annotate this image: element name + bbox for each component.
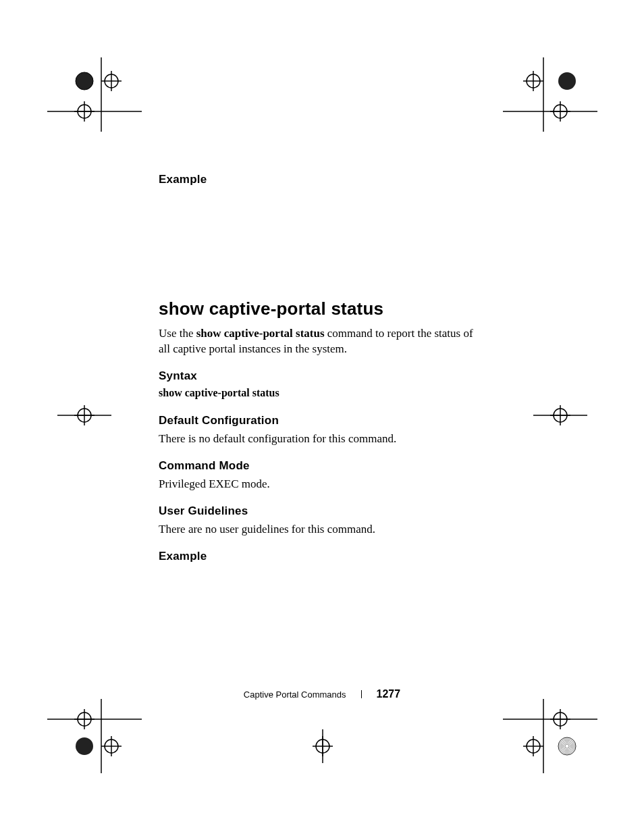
command-mode-text: Privileged EXEC mode. xyxy=(159,477,483,492)
default-config-text: There is no default configuration for th… xyxy=(159,432,483,447)
command-mode-heading: Command Mode xyxy=(159,459,483,473)
footer-page-number: 1277 xyxy=(377,688,401,700)
svg-point-52 xyxy=(564,743,570,750)
svg-point-18 xyxy=(558,72,576,90)
syntax-heading: Syntax xyxy=(159,369,483,383)
page-footer: Captive Portal Commands 1277 xyxy=(0,687,644,700)
svg-point-48 xyxy=(558,737,576,755)
syntax-line: show captive-portal status xyxy=(159,387,483,399)
user-guidelines-heading: User Guidelines xyxy=(159,504,483,518)
crop-mark-top-right xyxy=(503,57,597,132)
default-config-heading: Default Configuration xyxy=(159,414,483,427)
svg-point-9 xyxy=(76,72,93,90)
footer-chapter: Captive Portal Commands xyxy=(244,689,346,700)
svg-point-24 xyxy=(554,409,567,422)
command-intro: Use the show captive-portal status comma… xyxy=(159,326,483,357)
crop-mark-right-mid xyxy=(533,398,587,432)
svg-point-49 xyxy=(560,739,574,754)
example-heading-2: Example xyxy=(159,550,483,563)
crop-mark-bottom-mid xyxy=(296,729,350,763)
svg-point-42 xyxy=(527,739,540,753)
svg-point-12 xyxy=(527,74,540,88)
svg-point-32 xyxy=(78,712,91,726)
footer-separator xyxy=(361,690,362,698)
example-heading-1: Example xyxy=(159,173,483,186)
svg-point-8 xyxy=(76,72,93,90)
crop-mark-left-mid xyxy=(57,398,111,432)
page-content: Example show captive-portal status Use t… xyxy=(159,173,483,567)
crop-mark-bottom-left xyxy=(47,699,142,773)
svg-point-45 xyxy=(554,712,567,726)
user-guidelines-text: There are no user guidelines for this co… xyxy=(159,522,483,538)
intro-cmd: show captive-portal status xyxy=(196,327,325,340)
crop-mark-bottom-right xyxy=(503,699,597,773)
svg-point-37 xyxy=(316,739,329,753)
svg-point-29 xyxy=(105,739,118,753)
svg-point-20 xyxy=(78,409,91,422)
intro-pre: Use the xyxy=(159,327,196,340)
svg-point-50 xyxy=(561,740,573,752)
svg-point-2 xyxy=(105,74,118,88)
svg-point-51 xyxy=(562,741,572,751)
svg-point-15 xyxy=(554,105,567,118)
command-title: show captive-portal status xyxy=(159,298,483,319)
svg-point-53 xyxy=(565,744,569,748)
crop-mark-top-left xyxy=(47,57,142,132)
svg-point-35 xyxy=(76,737,93,755)
svg-point-5 xyxy=(78,105,91,118)
